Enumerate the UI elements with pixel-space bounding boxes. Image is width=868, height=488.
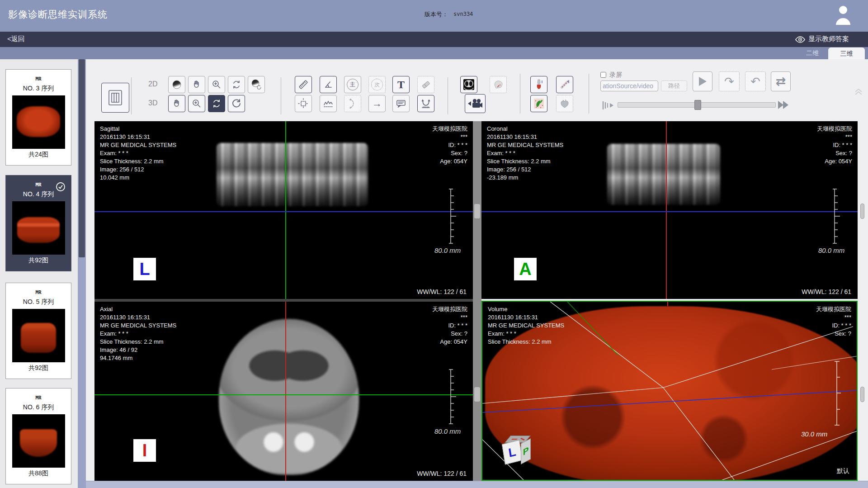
ruler-tool-button[interactable] — [295, 76, 312, 93]
overlay-top-left: Sagittal20161130 16:15:31 MR GE MEDICAL … — [100, 125, 176, 182]
orientation-cube[interactable]: L P — [502, 434, 540, 472]
user-icon[interactable] — [835, 4, 852, 26]
reset-view-button[interactable] — [228, 95, 245, 112]
tab-3d[interactable]: 三维 — [828, 47, 865, 59]
sagittal-image — [217, 143, 368, 206]
play-icon — [698, 76, 708, 87]
arrow-tool-button[interactable]: → — [368, 95, 386, 112]
show-teacher-answer-button[interactable]: 显示教师答案 — [808, 35, 849, 43]
lung-ct-preset-button[interactable] — [460, 76, 477, 93]
path-button[interactable]: 路径 — [661, 81, 687, 91]
crosshair-horizontal-green[interactable] — [94, 394, 473, 395]
spline-tool-button[interactable] — [344, 95, 361, 112]
overlay-top-right: 天堰模拟医院*** ID: * * *Sex: ? Age: 054Y — [817, 125, 852, 166]
viewport-axial[interactable]: Axial20161130 16:15:31 MR GE MEDICAL SYS… — [94, 302, 473, 481]
knee-joint-icon — [533, 79, 544, 90]
series-thumbnail — [12, 309, 65, 362]
text-tool-button[interactable]: T — [392, 76, 410, 93]
zoom-3d-button[interactable] — [188, 95, 205, 112]
video-export-button[interactable] — [465, 94, 486, 113]
window-level-reset-button[interactable] — [248, 76, 265, 93]
crosshair-vertical-red[interactable] — [285, 302, 286, 481]
timeline-slider-handle[interactable] — [694, 100, 701, 110]
primary-mark-tool-button[interactable]: 主 — [344, 76, 361, 93]
angle-tool-button[interactable] — [320, 76, 337, 93]
eye-icon — [795, 36, 806, 43]
series-card-5[interactable]: MR NO. 5 序列 共92图 — [5, 283, 71, 379]
tab-2d[interactable]: 二维 — [798, 47, 826, 59]
lung-ct-icon — [463, 79, 475, 90]
viewport-coronal[interactable]: Coronal20161130 16:15:31 MR GE MEDICAL S… — [481, 121, 858, 299]
rotate-cycle-icon — [231, 79, 242, 90]
pan-3d-button[interactable] — [168, 95, 185, 112]
ruler-icon — [298, 79, 309, 90]
pan-2d-button[interactable] — [188, 76, 205, 93]
series-sidebar: MR NO. 3 序列 共24图 MR NO. 4 序列 共92图 MR NO.… — [0, 59, 78, 488]
crosshair-vertical-green[interactable] — [285, 121, 286, 299]
series-card-4-selected[interactable]: MR NO. 4 序列 共92图 — [5, 175, 71, 271]
hand-icon — [171, 98, 182, 109]
heart-preset-button[interactable] — [556, 95, 573, 112]
primary-mark-icon: 主 — [347, 79, 359, 90]
segmentation-preset-button[interactable] — [530, 95, 547, 112]
window-level-icon — [171, 79, 182, 90]
edge-splitter-handle[interactable] — [860, 387, 864, 402]
version-value: svn334 — [453, 11, 473, 17]
series-card-3[interactable]: MR NO. 3 序列 共24图 — [5, 69, 71, 166]
secondary-mark-tool-button[interactable]: 次 — [368, 76, 386, 93]
overlay-top-left: Volume20161130 16:15:31 MR GE MEDICAL SY… — [488, 305, 564, 346]
knee-preset-button[interactable] — [530, 76, 547, 93]
edge-splitter-handle[interactable] — [860, 204, 864, 219]
crosshair-horizontal-blue[interactable] — [94, 211, 473, 212]
play-button[interactable] — [693, 71, 712, 91]
viewport-row-divider[interactable] — [94, 299, 473, 302]
fast-forward-icon[interactable] — [778, 100, 789, 109]
scale-ruler — [834, 360, 845, 426]
eraser-tool-button[interactable] — [417, 76, 434, 93]
curve-chart-tool-button[interactable] — [320, 95, 337, 112]
annotation-tool-button[interactable] — [392, 95, 410, 112]
overlay-top-right: 天堰模拟医院*** ID: * * *Sex: ? — [816, 305, 851, 338]
record-checkbox[interactable] — [600, 72, 606, 78]
window-level-2d-button[interactable] — [168, 76, 185, 93]
viewport-volume[interactable]: Volume20161130 16:15:31 MR GE MEDICAL SY… — [481, 301, 858, 481]
axial-image — [219, 319, 359, 475]
splitter-handle[interactable] — [474, 387, 481, 402]
mode-2d-label: 2D — [148, 80, 157, 88]
mode-3d-label: 3D — [148, 99, 157, 107]
spine-preset-button[interactable] — [556, 76, 573, 93]
overlay-top-right: 天堰模拟医院*** ID: * * *Sex: ? Age: 054Y — [432, 305, 467, 346]
preset-label[interactable]: 默认 — [837, 467, 849, 475]
rotate-3d-button[interactable] — [208, 95, 225, 112]
loop-back-button[interactable]: ↶ — [745, 71, 766, 91]
bottom-scroll-strip[interactable] — [86, 481, 868, 488]
loop-forward-button[interactable]: ↷ — [719, 71, 740, 91]
viewport-column-divider[interactable] — [473, 121, 481, 481]
series-card-6[interactable]: MR NO. 6 序列 共88图 — [5, 388, 71, 484]
sidebar-scrollbar-thumb[interactable] — [79, 59, 85, 257]
window-level-label: WW/WL: 122 / 61 — [417, 470, 467, 477]
version-label: 版本号： — [425, 10, 448, 19]
layout-button[interactable] — [101, 83, 129, 113]
swap-direction-button[interactable]: ⇄ — [771, 71, 791, 91]
back-button[interactable]: <返回 — [7, 35, 25, 43]
skull-3d-icon — [492, 79, 504, 90]
scale-label: 80.0 mm — [434, 246, 461, 254]
zoom-2d-button[interactable] — [208, 76, 225, 93]
rotate-2d-button[interactable] — [228, 76, 245, 93]
window-level-label: WW/WL: 122 / 61 — [802, 288, 851, 295]
crosshair-horizontal-blue[interactable] — [481, 211, 858, 212]
curve-probe-tool-button[interactable] — [417, 95, 434, 112]
skull-3d-preset-button[interactable] — [490, 76, 507, 93]
crosshair-vertical-red[interactable] — [666, 121, 667, 299]
splitter-handle[interactable] — [474, 204, 481, 219]
text-tool-icon: T — [397, 79, 405, 91]
heart-icon — [559, 98, 570, 109]
roi-tool-button[interactable] — [295, 95, 312, 112]
series-count: 共92图 — [6, 256, 71, 265]
viewport-sagittal[interactable]: Sagittal20161130 16:15:31 MR GE MEDICAL … — [94, 121, 473, 299]
series-name: NO. 6 序列 — [6, 403, 71, 412]
overlay-top-left: Axial20161130 16:15:31 MR GE MEDICAL SYS… — [100, 305, 176, 362]
video-path-input[interactable] — [600, 81, 658, 91]
collapse-toolbar-icon[interactable] — [854, 86, 863, 96]
